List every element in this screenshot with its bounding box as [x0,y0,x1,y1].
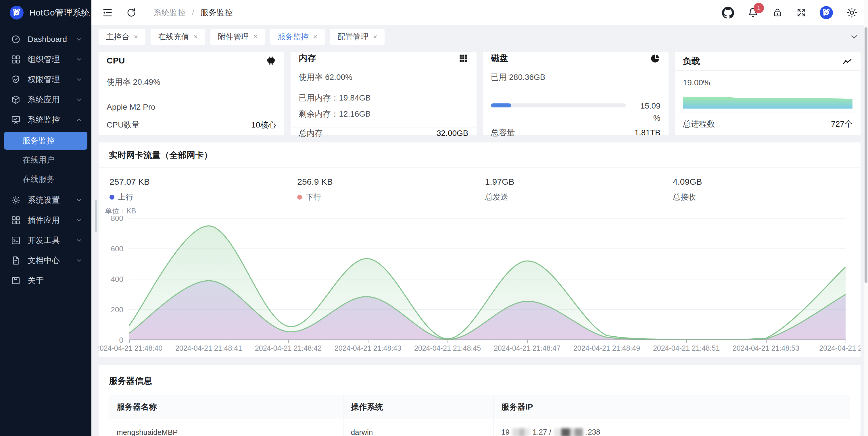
breadcrumb-separator: / [192,8,194,17]
sidebar-subitem-online-services[interactable]: 在线服务 [4,170,87,188]
tab-console[interactable]: 主控台 × [99,29,146,45]
app-title: HotGo管理系统 [29,7,90,19]
cpu-card-footer: CPU数量 10核心 [99,114,284,135]
sidebar-subitem-label: 在线服务 [23,174,55,185]
load-card: 负载 19.00% 总进程数 727个 [675,52,861,135]
fullscreen-button[interactable] [796,7,806,18]
stat-label: 总发送 [485,192,673,202]
server-table-row: mengshuaideMBP darwin 191.27 /.238 [109,419,850,436]
tab-close-icon[interactable]: × [373,33,377,41]
gear-icon [11,195,21,205]
content-scrollbar-thumb[interactable] [95,200,97,232]
terminal-icon [11,236,21,245]
sidebar-item-settings[interactable]: 系统设置 [0,190,91,210]
chart-x-tick-mark [845,340,846,343]
load-footer-value: 727个 [831,119,852,130]
chart-x-tick-mark [129,340,130,343]
disk-footer-label: 总容量 [491,127,515,138]
chart-x-tick-label: 2024-04-21 21:48:51 [653,344,720,353]
stat-value: 256.9 KB [297,177,485,187]
tab-label: 服务监控 [278,32,309,42]
chart-x-tick-label: 2024-04-21 21:48:53 [733,344,799,353]
chart-plot-area [129,218,845,340]
chart-x-tick-label: 2024-04-21 21:48:45 [414,344,481,353]
load-area-chart [683,95,852,108]
tab-attachments[interactable]: 附件管理 × [210,29,265,45]
koala-logo-icon [10,6,24,20]
legend-dot [297,195,302,200]
settings-button[interactable] [846,7,858,19]
github-button[interactable] [722,7,734,19]
sidebar-item-about[interactable]: 关于 [0,271,91,291]
stat-label-text: 下行 [306,192,321,202]
breadcrumb: 系统监控 / 服务监控 [153,7,232,18]
legend-dot [110,195,114,200]
app-root: HotGo管理系统 Dashboard 组织管理 权限管理 系统应用 系统监控 [0,0,868,436]
disk-progress-bar [491,103,626,107]
sidebar-item-label: 系统应用 [28,94,60,105]
page-scrollbar[interactable] [864,0,868,436]
notifications-button[interactable]: 1 [747,7,759,19]
cpu-usage: 使用率 20.49% [106,77,276,88]
tab-close-icon[interactable]: × [313,33,317,41]
sidebar-item-apps[interactable]: 系统应用 [0,90,91,110]
tab-bar: 主控台 × 在线充值 × 附件管理 × 服务监控 × 配置管理 × [91,25,868,48]
app-logo[interactable]: HotGo管理系统 [0,0,91,25]
sidebar-item-devtools[interactable]: 开发工具 [0,230,91,250]
chart-x-tick-label: 2024-04-21 21:48:49 [574,344,640,353]
sidebar-item-plugins[interactable]: 插件应用 [0,210,91,230]
chart-x-axis-labels: 2024-04-21 21:48:402024-04-21 21:48:4120… [129,344,845,353]
sidebar-item-org[interactable]: 组织管理 [0,49,91,69]
load-sparkline [683,95,852,108]
cpu-model: Apple M2 Pro [106,103,276,112]
tab-overflow-button[interactable] [849,32,859,42]
redacted-ip-segment [554,428,583,436]
traffic-chart[interactable]: 单位：KB 0200400600800 [99,206,861,353]
github-icon [722,7,734,19]
memory-icon [458,53,468,64]
traffic-area-chart [129,218,845,340]
memory-used: 已用内存：19.84GB [299,93,468,103]
grid-icon [11,215,21,225]
memory-card: 内存 使用率 62.00% 已用内存：19.84GB 剩余内存：12.16GB … [290,52,476,135]
sidebar-subitem-online-users[interactable]: 在线用户 [4,151,87,169]
open-tabs: 主控台 × 在线充值 × 附件管理 × 服务监控 × 配置管理 × [99,29,384,45]
collapse-menu-button[interactable] [102,7,113,19]
tab-service-monitor[interactable]: 服务监控 × [270,29,325,45]
chevron-down-icon [75,76,83,83]
traffic-stat-0: 257.07 KB 上行 [110,177,297,202]
load-card-body: 19.00% [675,71,861,112]
chip-icon [266,56,276,66]
disk-progress-fill [491,103,511,107]
user-avatar[interactable] [820,6,833,19]
tab-close-icon[interactable]: × [253,33,257,41]
sidebar-item-monitor[interactable]: 系统监控 [0,110,91,130]
sidebar-item-dashboard[interactable]: Dashboard [0,29,91,49]
server-os-cell: darwin [343,419,494,436]
breadcrumb-current: 服务监控 [200,8,232,17]
disk-card: 磁盘 已用 280.36GB 15.09 % 总容量 [483,52,669,135]
refresh-button[interactable] [126,7,137,18]
chevron-down-icon [849,32,859,42]
chart-x-tick-mark [447,340,448,343]
grid-icon [11,55,21,64]
tab-config[interactable]: 配置管理 × [330,29,384,45]
disk-card-body: 已用 280.36GB 15.09 % [483,64,669,127]
sidebar-subitem-service-monitor[interactable]: 服务监控 [4,132,87,149]
memory-card-title: 内存 [299,52,316,64]
tab-label: 附件管理 [218,32,249,42]
sidebar-item-docs[interactable]: 文档中心 [0,250,91,271]
tab-close-icon[interactable]: × [194,33,198,41]
cpu-card-body: 使用率 20.49% Apple M2 Pro [99,69,284,114]
stat-label: 总接收 [673,192,861,202]
chart-x-tick-label: 2024-04-21 21:48:47 [494,344,560,353]
tab-recharge[interactable]: 在线充值 × [151,29,205,45]
server-ip-cell: 191.27 /.238 [494,419,850,436]
traffic-panel-title: 实时网卡流量（全部网卡） [99,142,861,168]
sidebar-item-auth[interactable]: 权限管理 [0,69,91,90]
chevron-down-icon [75,36,83,43]
page-scrollbar-thumb[interactable] [865,27,867,283]
lock-screen-button[interactable] [772,7,783,18]
tab-close-icon[interactable]: × [134,33,138,41]
load-card-title: 负载 [683,56,700,67]
